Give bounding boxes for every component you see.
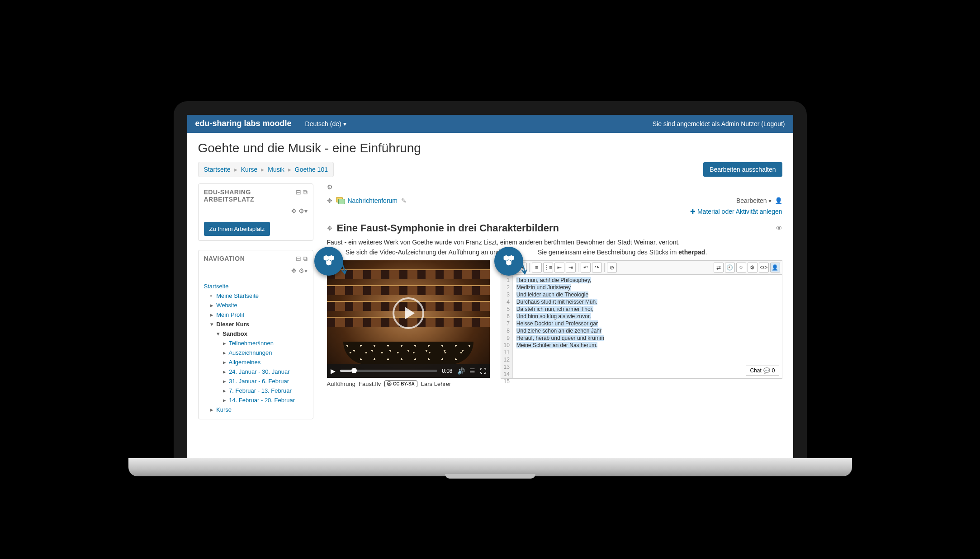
breadcrumb: Startseite ▸ Kurse ▸ Musik ▸ Goethe 101 [198, 162, 334, 177]
edit-dropdown[interactable]: Bearbeiten ▾ [736, 197, 772, 204]
nav-kurse[interactable]: Kurse [216, 406, 232, 413]
caret-right-icon[interactable] [210, 311, 215, 318]
login-prefix: Sie sind angemeldet als [653, 120, 721, 127]
language-selector[interactable]: Deutsch (de) ▾ [305, 120, 346, 127]
svg-marker-3 [503, 255, 508, 260]
play-button[interactable] [393, 297, 424, 329]
caret-right-icon[interactable] [223, 359, 227, 366]
nav-dieser-kurs[interactable]: Dieser Kurs [216, 321, 249, 328]
dock-icon[interactable]: ⧉ [303, 255, 308, 263]
undo-icon[interactable]: ↶ [581, 263, 591, 272]
gear-icon[interactable]: ⚙ [298, 207, 304, 215]
dock-icon[interactable]: ⧉ [303, 188, 308, 196]
edu-sharing-badge [314, 247, 343, 276]
redo-icon[interactable]: ↷ [592, 263, 602, 272]
nav-allgemeines[interactable]: Allgemeines [228, 359, 260, 366]
user-link[interactable]: Admin Nutzer [721, 120, 760, 127]
logout-link[interactable]: Logout [763, 120, 783, 127]
nav-meine-startseite[interactable]: Meine Startseite [216, 292, 259, 299]
breadcrumb-item[interactable]: Startseite [204, 166, 231, 173]
workspace-block-title: EDU-SHARING ARBEITSPLATZ [204, 188, 296, 203]
pencil-icon[interactable]: ✎ [401, 197, 407, 204]
workspace-button[interactable]: Zu Ihrem Arbeitsplatz [204, 222, 270, 236]
gear-icon[interactable]: ⚙ [298, 267, 304, 274]
caret-right-icon[interactable] [223, 387, 227, 394]
breadcrumb-item[interactable]: Kurse [241, 166, 258, 173]
navigation-block-title: NAVIGATION [204, 255, 245, 262]
caret-right-icon[interactable] [210, 302, 215, 309]
license-badge: 🅭 CC BY-SA [384, 380, 417, 387]
svg-marker-2 [326, 260, 331, 265]
workspace-block: EDU-SHARING ARBEITSPLATZ ⊟ ⧉ ✥ ⚙▾ Zu Ihr… [198, 183, 313, 241]
person-icon[interactable]: 👤 [775, 197, 782, 204]
breadcrumb-separator-icon: ▸ [288, 166, 291, 173]
move-icon[interactable]: ✥ [291, 207, 297, 215]
caret-down-icon: ▾ [343, 120, 346, 127]
toggle-editing-button[interactable]: Bearbeiten ausschalten [703, 162, 782, 177]
nav-website[interactable]: Website [216, 302, 237, 309]
arrow-down-right-icon [332, 259, 350, 277]
users-icon[interactable]: 👤 [770, 263, 780, 272]
chat-bubble-icon: 💬 [763, 367, 770, 374]
svg-marker-0 [323, 255, 328, 260]
arrow-down-right-icon [512, 259, 530, 277]
move-icon[interactable]: ✥ [291, 267, 297, 274]
collapse-icon[interactable]: ⊟ [296, 188, 301, 196]
subtitles-icon[interactable]: ☰ [469, 367, 475, 375]
caret-right-icon[interactable] [223, 378, 227, 385]
gear-icon[interactable]: ⚙ [327, 183, 333, 191]
progress-bar[interactable] [340, 370, 438, 372]
chat-button[interactable]: Chat 💬 0 [746, 366, 779, 376]
forum-link[interactable]: Nachrichtenforum [348, 197, 398, 204]
navbar: edu-sharing labs moodle Deutsch (de) ▾ S… [187, 115, 793, 133]
caret-right-icon[interactable] [223, 368, 227, 375]
plus-icon: ✚ [690, 208, 696, 215]
video-player[interactable]: ▶ 0:08 🔊 ☰ ⛶ [327, 260, 490, 378]
eye-icon[interactable]: 👁 [776, 225, 782, 232]
move-icon[interactable]: ✥ [327, 197, 332, 204]
clear-format-icon[interactable]: ⊘ [607, 263, 617, 272]
page-title: Goehte und die Musik - eine Einführung [198, 141, 782, 155]
settings-icon[interactable]: ⚙ [748, 263, 757, 272]
nav-teilnehmer[interactable]: Teilnehmer/innen [229, 340, 274, 347]
nav-startseite[interactable]: Startseite [204, 283, 229, 290]
unordered-list-icon[interactable]: ⋮≡ [543, 263, 553, 272]
add-activity-link[interactable]: ✚ Material oder Aktivität anlegen [690, 208, 782, 215]
breadcrumb-item[interactable]: Goethe 101 [295, 166, 328, 173]
nav-mein-profil[interactable]: Mein Profil [216, 311, 244, 318]
navbar-brand[interactable]: edu-sharing labs moodle [195, 119, 292, 128]
nav-sandbox[interactable]: Sandbox [223, 330, 247, 337]
caret-down-icon[interactable] [210, 321, 215, 328]
play-icon[interactable]: ▶ [331, 367, 336, 375]
outdent-icon[interactable]: ⇤ [554, 263, 564, 272]
volume-icon[interactable]: 🔊 [457, 367, 465, 375]
caret-down-icon[interactable] [217, 330, 221, 337]
section-paragraph: Faust - ein weiteres Werk von Goethe wur… [327, 239, 782, 246]
breadcrumb-item[interactable]: Musik [268, 166, 284, 173]
video-time: 0:08 [442, 368, 452, 374]
caret-right-icon[interactable] [223, 349, 227, 356]
bullet-icon [210, 292, 215, 299]
caret-right-icon[interactable] [223, 397, 227, 404]
nav-week4[interactable]: 14. Februar - 20. Februar [229, 397, 295, 404]
edu-sharing-badge [494, 247, 523, 276]
editor-content[interactable]: Hab nun, ach! die Philosophey,Medizin un… [513, 275, 782, 378]
editor-body[interactable]: 123456789101112131415 Hab nun, ach! die … [501, 275, 782, 379]
nav-week3[interactable]: 7. Februar - 13. Februar [229, 387, 292, 394]
embed-icon[interactable]: </> [759, 263, 769, 272]
indent-icon[interactable]: ⇥ [566, 263, 576, 272]
timeslider-icon[interactable]: 🕘 [725, 263, 735, 272]
collapse-icon[interactable]: ⊟ [296, 255, 301, 263]
caret-right-icon[interactable] [210, 406, 215, 413]
line-gutter: 123456789101112131415 [501, 275, 513, 378]
nav-auszeichnungen[interactable]: Auszeichnungen [228, 349, 272, 356]
nav-week2[interactable]: 31. Januar - 6. Februar [229, 378, 289, 385]
nav-week1[interactable]: 24. Januar - 30. Januar [229, 368, 289, 375]
star-icon[interactable]: ☆ [736, 263, 746, 272]
ordered-list-icon[interactable]: ≡ [532, 263, 542, 272]
import-export-icon[interactable]: ⇄ [714, 263, 724, 272]
caret-right-icon[interactable] [223, 340, 227, 347]
move-icon[interactable]: ✥ [327, 225, 332, 232]
fullscreen-icon[interactable]: ⛶ [480, 367, 486, 375]
forum-icon [336, 197, 344, 204]
